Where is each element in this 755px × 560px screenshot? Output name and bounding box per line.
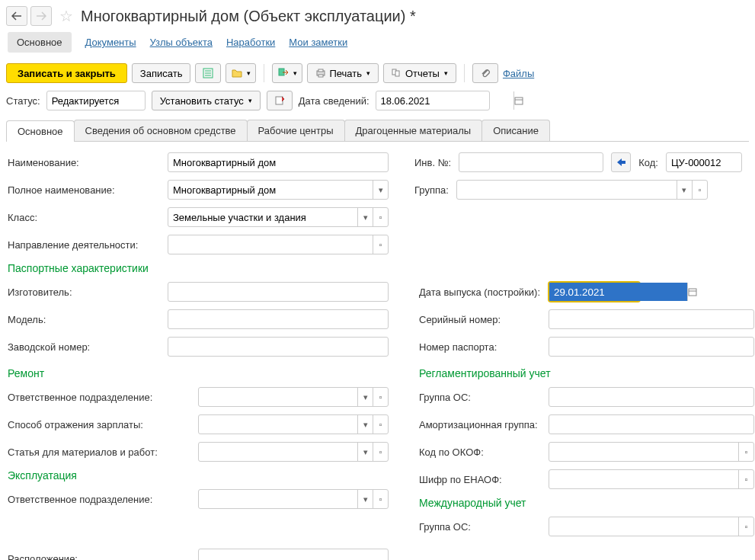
svg-rect-6 — [318, 69, 323, 72]
model-label: Модель: — [8, 314, 160, 325]
section-exploit: Эксплуатация — [8, 469, 404, 482]
intl-osgroup-input[interactable] — [549, 517, 738, 536]
svg-rect-13 — [622, 161, 625, 164]
okof-input[interactable] — [549, 443, 738, 461]
list-icon-button[interactable] — [195, 63, 221, 83]
set-status-button[interactable]: Установить статус▾ — [152, 91, 261, 110]
serial-label: Серийный номер: — [419, 314, 541, 325]
exploit-dept-input[interactable] — [199, 490, 357, 508]
nav-nodes[interactable]: Узлы объекта — [150, 37, 213, 53]
section-repair: Ремонт — [8, 367, 404, 379]
save-close-button[interactable]: Записать и закрыть — [6, 63, 127, 83]
tab-main[interactable]: Основное — [6, 120, 75, 142]
open-icon[interactable]: ▫ — [692, 181, 707, 199]
group-label: Группа: — [414, 184, 449, 196]
release-label: Дата выпуска (постройки): — [419, 286, 541, 298]
attach-icon-button[interactable] — [472, 63, 498, 83]
calendar-icon[interactable] — [513, 91, 523, 110]
material-label: Статья для материалов и работ: — [8, 446, 190, 458]
info-date-label: Дата сведений: — [299, 95, 370, 107]
open-icon[interactable]: ▫ — [373, 208, 388, 226]
code-label: Код: — [638, 157, 658, 168]
dropdown-icon[interactable]: ▾ — [357, 208, 373, 226]
svg-rect-11 — [515, 98, 523, 104]
dropdown-icon[interactable]: ▾ — [357, 388, 373, 406]
nav-work[interactable]: Наработки — [226, 37, 275, 53]
osgroup-input[interactable] — [549, 387, 754, 407]
activity-input[interactable] — [168, 235, 373, 254]
nav-notes[interactable]: Мои заметки — [289, 37, 347, 53]
dropdown-icon[interactable]: ▾ — [357, 490, 373, 508]
passportnum-input[interactable] — [549, 337, 754, 357]
class-input[interactable] — [168, 208, 357, 226]
intl-osgroup-label: Группа ОС: — [419, 521, 541, 533]
open-icon[interactable]: ▫ — [373, 415, 388, 434]
material-input[interactable] — [199, 443, 357, 461]
status-input[interactable] — [46, 91, 146, 110]
svg-rect-10 — [276, 97, 283, 104]
factory-input[interactable] — [168, 337, 389, 357]
open-icon[interactable]: ▫ — [373, 235, 388, 254]
salary-input[interactable] — [199, 415, 357, 434]
nav-documents[interactable]: Документы — [85, 37, 136, 53]
section-passport: Паспортные характеристики — [8, 262, 747, 274]
open-icon[interactable]: ▫ — [373, 388, 388, 406]
page-title: Многоквартирный дом (Объект эксплуатации… — [81, 8, 416, 25]
amort-input[interactable] — [549, 414, 754, 434]
open-icon[interactable]: ▫ — [738, 470, 753, 488]
fullname-input[interactable] — [168, 181, 373, 199]
open-icon[interactable]: ▫ — [738, 517, 753, 536]
name-input[interactable] — [168, 152, 389, 172]
tab-centers[interactable]: Рабочие центры — [247, 120, 345, 141]
open-icon[interactable]: ▫ — [373, 490, 388, 508]
enaof-label: Шифр по ЕНАОФ: — [419, 474, 541, 485]
section-regacc: Регламентированный учет — [419, 367, 754, 379]
reports-label: Отчеты — [405, 68, 440, 79]
status-refresh-button[interactable] — [267, 91, 293, 110]
fullname-label: Полное наименование: — [8, 184, 160, 196]
maker-input[interactable] — [168, 282, 389, 302]
tab-asset[interactable]: Сведения об основном средстве — [74, 120, 248, 141]
tab-precious[interactable]: Драгоценные материалы — [344, 120, 483, 141]
info-date-input[interactable] — [376, 91, 513, 110]
factory-label: Заводской номер: — [8, 341, 160, 353]
name-label: Наименование: — [8, 157, 160, 168]
amort-label: Амортизационная группа: — [419, 419, 541, 430]
transfer-icon-button[interactable]: ▾ — [272, 63, 302, 83]
release-date-input[interactable] — [549, 283, 687, 301]
serial-input[interactable] — [549, 309, 754, 329]
enaof-input[interactable] — [549, 470, 738, 488]
files-link[interactable]: Файлы — [503, 68, 534, 79]
model-input[interactable] — [168, 309, 389, 329]
code-input[interactable] — [666, 152, 742, 172]
dropdown-icon[interactable]: ▾ — [357, 443, 373, 461]
print-label: Печать — [329, 68, 362, 79]
nav-back-button[interactable] — [6, 6, 27, 26]
salary-label: Способ отражения зарплаты: — [8, 419, 190, 430]
fill-arrow-button[interactable] — [611, 152, 631, 172]
dropdown-icon[interactable]: ▾ — [357, 415, 373, 434]
save-button[interactable]: Записать — [132, 63, 191, 83]
maker-label: Изготовитель: — [8, 286, 160, 298]
reports-button[interactable]: Отчеты ▾ — [383, 63, 456, 83]
nav-main[interactable]: Основное — [8, 32, 72, 53]
osgroup-label: Группа ОС: — [419, 392, 541, 403]
inv-input[interactable] — [459, 152, 603, 172]
repair-dept-label: Ответственное подразделение: — [8, 392, 190, 403]
favorite-star-icon[interactable]: ☆ — [59, 7, 73, 25]
location-input[interactable] — [198, 549, 389, 560]
calendar-icon[interactable] — [687, 283, 697, 301]
print-button[interactable]: Печать ▾ — [307, 63, 379, 83]
passportnum-label: Номер паспорта: — [419, 341, 541, 353]
group-input[interactable] — [457, 181, 677, 199]
open-icon[interactable]: ▫ — [738, 443, 753, 461]
repair-dept-input[interactable] — [199, 388, 357, 406]
dropdown-icon[interactable]: ▾ — [677, 181, 692, 199]
inv-label: Инв. №: — [414, 157, 451, 168]
open-icon[interactable]: ▫ — [373, 443, 388, 461]
folder-icon-button[interactable]: ▾ — [226, 63, 256, 83]
dropdown-icon[interactable]: ▾ — [373, 181, 388, 199]
nav-forward-button[interactable] — [30, 6, 52, 26]
svg-rect-7 — [318, 75, 323, 77]
tab-desc[interactable]: Описание — [481, 120, 550, 141]
